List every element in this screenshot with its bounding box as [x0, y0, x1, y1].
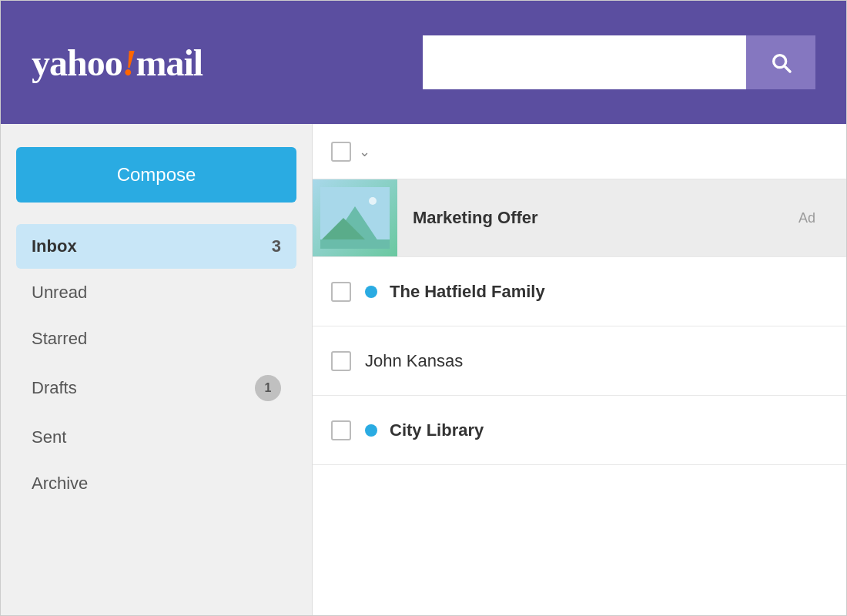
- email-row[interactable]: The Hatfield Family: [313, 257, 846, 326]
- email-row[interactable]: City Library: [313, 396, 846, 465]
- ad-content: Marketing Offer Ad: [397, 208, 846, 228]
- sidebar-item-archive[interactable]: Archive: [16, 461, 296, 506]
- svg-point-1: [369, 197, 377, 205]
- sidebar-item-sent[interactable]: Sent: [16, 415, 296, 460]
- sidebar-item-drafts[interactable]: Drafts 1: [16, 363, 296, 413]
- ad-image: [320, 187, 390, 249]
- ad-sender: Marketing Offer: [413, 208, 538, 228]
- sidebar-item-inbox[interactable]: Inbox 3: [16, 224, 296, 269]
- search-icon: [768, 50, 793, 75]
- unread-dot: [365, 286, 377, 298]
- email-row[interactable]: Marketing Offer Ad: [313, 179, 846, 257]
- email-toolbar: ⌄: [313, 124, 846, 179]
- compose-button[interactable]: Compose: [16, 147, 296, 203]
- select-all-checkbox[interactable]: [331, 142, 351, 162]
- sidebar-item-label: Inbox: [32, 236, 77, 256]
- sidebar-item-label: Starred: [32, 329, 87, 349]
- unread-dot: [365, 424, 377, 437]
- email-checkbox[interactable]: [331, 351, 351, 371]
- header: yahoo!mail: [1, 1, 846, 124]
- email-checkbox[interactable]: [331, 420, 351, 440]
- email-sender: John Kansas: [365, 351, 463, 371]
- sidebar-item-starred[interactable]: Starred: [16, 316, 296, 361]
- sidebar-item-label: Drafts: [32, 378, 77, 398]
- sidebar-item-label: Archive: [32, 474, 88, 494]
- email-checkbox[interactable]: [331, 282, 351, 302]
- drafts-badge: 1: [255, 375, 281, 401]
- main-body: Compose Inbox 3 Unread Starred Drafts 1 …: [1, 124, 846, 615]
- email-sender: City Library: [390, 420, 484, 440]
- yahoo-mail-logo: yahoo!mail: [32, 42, 203, 84]
- email-sender: The Hatfield Family: [390, 282, 545, 302]
- svg-rect-4: [320, 239, 390, 249]
- ad-thumbnail: [313, 179, 397, 256]
- sidebar: Compose Inbox 3 Unread Starred Drafts 1 …: [1, 124, 313, 615]
- email-row[interactable]: John Kansas: [313, 326, 846, 396]
- sidebar-item-unread[interactable]: Unread: [16, 270, 296, 315]
- inbox-count: 3: [272, 236, 281, 256]
- sidebar-item-label: Sent: [32, 427, 66, 447]
- sidebar-item-label: Unread: [32, 283, 87, 303]
- email-list: ⌄: [313, 124, 846, 615]
- ad-label: Ad: [798, 210, 831, 226]
- search-button[interactable]: [746, 35, 815, 89]
- search-input[interactable]: [423, 35, 746, 89]
- select-dropdown-icon[interactable]: ⌄: [359, 143, 370, 160]
- search-bar: [423, 35, 815, 89]
